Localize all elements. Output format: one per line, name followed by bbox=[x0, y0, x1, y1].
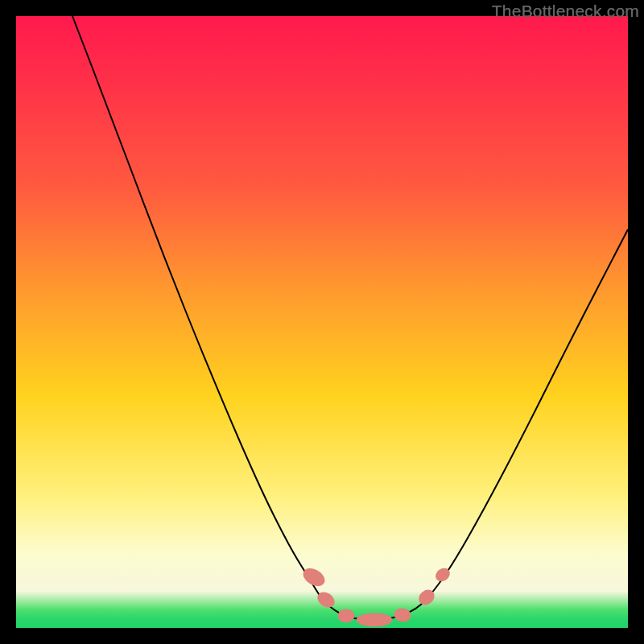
beads-group bbox=[300, 565, 452, 626]
bead bbox=[357, 613, 392, 626]
curve-layer bbox=[16, 16, 628, 628]
bead bbox=[338, 609, 354, 622]
chart-frame bbox=[16, 16, 628, 628]
bead bbox=[394, 607, 411, 622]
v-curve bbox=[72, 16, 628, 620]
watermark-label: TheBottleneck.com bbox=[492, 2, 639, 21]
